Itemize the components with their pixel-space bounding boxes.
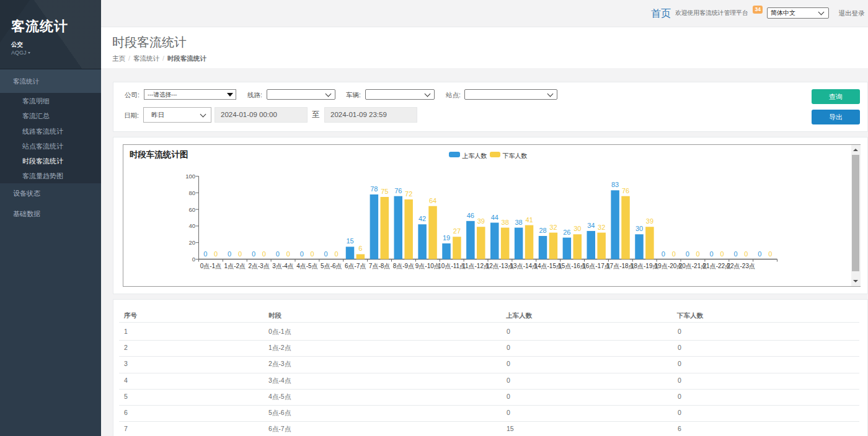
svg-text:7点-8点: 7点-8点 [368, 262, 389, 269]
svg-text:78: 78 [370, 185, 378, 192]
svg-text:41: 41 [525, 216, 533, 223]
svg-text:75: 75 [381, 188, 388, 195]
svg-text:39: 39 [477, 217, 484, 225]
svg-text:0: 0 [262, 250, 265, 257]
svg-text:0: 0 [286, 250, 290, 257]
svg-text:46: 46 [466, 211, 474, 219]
svg-text:0: 0 [696, 250, 699, 257]
svg-text:0: 0 [310, 250, 314, 257]
svg-text:38: 38 [515, 218, 522, 225]
svg-text:0: 0 [192, 256, 195, 263]
svg-text:32: 32 [549, 223, 557, 230]
svg-text:27: 27 [453, 227, 460, 235]
svg-text:6: 6 [358, 245, 362, 252]
svg-text:0: 0 [324, 250, 327, 257]
svg-text:3点-4点: 3点-4点 [272, 262, 293, 269]
svg-text:22点-23点: 22点-23点 [727, 262, 755, 269]
svg-text:26: 26 [563, 228, 570, 235]
svg-text:6点-7点: 6点-7点 [344, 262, 365, 269]
svg-text:19: 19 [442, 234, 450, 242]
svg-text:28: 28 [539, 226, 546, 233]
svg-text:64: 64 [428, 196, 436, 204]
svg-text:60: 60 [188, 206, 195, 212]
svg-text:0: 0 [661, 250, 665, 257]
svg-text:0点-1点: 0点-1点 [200, 262, 221, 269]
svg-text:83: 83 [611, 181, 619, 188]
svg-text:38: 38 [501, 218, 508, 225]
svg-text:5点-6点: 5点-6点 [321, 262, 342, 269]
svg-text:76: 76 [394, 186, 402, 194]
svg-text:30: 30 [574, 225, 581, 232]
svg-text:9点-10点: 9点-10点 [415, 262, 440, 269]
svg-text:0: 0 [299, 250, 303, 257]
svg-text:80: 80 [188, 189, 195, 196]
svg-text:44: 44 [490, 213, 498, 220]
svg-text:4点-5点: 4点-5点 [296, 262, 317, 269]
svg-text:0: 0 [275, 250, 279, 257]
svg-text:0: 0 [334, 250, 338, 257]
svg-text:0: 0 [744, 250, 748, 257]
svg-text:76: 76 [621, 186, 629, 194]
svg-text:0: 0 [758, 250, 761, 257]
svg-text:39: 39 [645, 217, 653, 225]
svg-text:2点-3点: 2点-3点 [248, 262, 269, 269]
svg-text:15: 15 [346, 237, 353, 245]
svg-text:42: 42 [418, 215, 426, 222]
svg-text:30: 30 [635, 225, 642, 232]
svg-text:100: 100 [185, 173, 195, 180]
svg-text:8点-9点: 8点-9点 [392, 262, 414, 269]
svg-text:0: 0 [237, 250, 241, 257]
svg-text:0: 0 [685, 250, 689, 257]
svg-text:34: 34 [587, 221, 595, 229]
svg-text:20: 20 [188, 239, 195, 246]
svg-text:0: 0 [203, 250, 207, 257]
svg-text:0: 0 [709, 250, 713, 257]
svg-text:0: 0 [733, 250, 737, 257]
svg-text:0: 0 [214, 250, 218, 257]
svg-text:40: 40 [188, 222, 195, 229]
svg-text:0: 0 [768, 250, 772, 257]
svg-text:0: 0 [671, 250, 675, 257]
svg-text:0: 0 [720, 250, 724, 257]
svg-text:0: 0 [228, 250, 231, 257]
svg-text:0: 0 [251, 250, 255, 257]
svg-text:32: 32 [598, 223, 605, 230]
svg-text:72: 72 [405, 190, 412, 198]
svg-text:1点-2点: 1点-2点 [224, 262, 245, 269]
